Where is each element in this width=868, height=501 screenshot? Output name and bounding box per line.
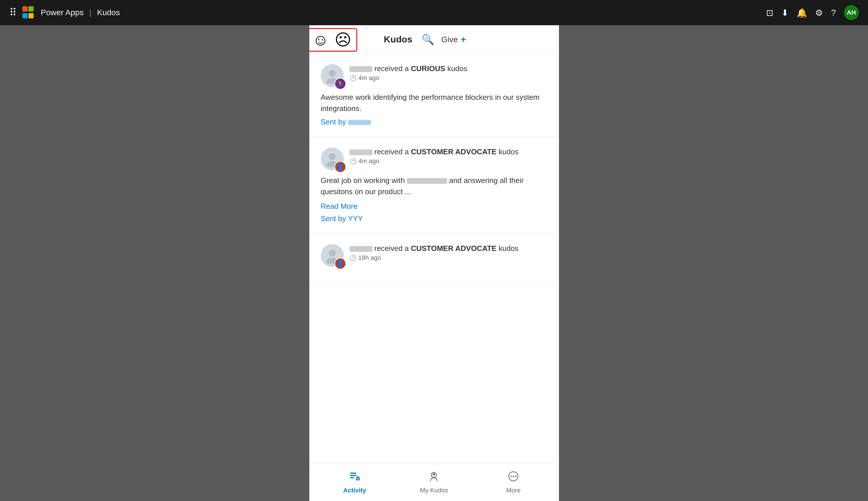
feed-item-1-body: Awesome work identifying the performance… xyxy=(321,92,547,114)
clock-icon-1: 🕐 xyxy=(349,75,357,82)
feed-item-2-meta: received a CUSTOMER ADVOCATE kudos 🕐 4m … xyxy=(349,147,547,165)
feed-item: 🏃 received a CURIOUS kudos 🕐 4m ago xyxy=(309,54,559,137)
kudos-type-2: CUSTOMER ADVOCATE xyxy=(411,147,497,156)
search-icon[interactable]: 🔍 xyxy=(421,34,435,46)
sender-name-2: YYY xyxy=(348,214,363,223)
blurred-name-3 xyxy=(349,246,373,252)
topbar-right: ⊡ ⬇ 🔔 ⚙ ? AH xyxy=(766,5,859,20)
feed-item-1-name: received a CURIOUS kudos xyxy=(349,64,547,73)
activity-label: Activity xyxy=(343,487,366,494)
time-text-2: 4m ago xyxy=(358,158,379,165)
settings-icon[interactable]: ⚙ xyxy=(815,8,823,18)
feed-item-1-sentby[interactable]: Sent by xyxy=(321,118,547,127)
svg-point-0 xyxy=(329,70,336,77)
read-more-link-2[interactable]: Read More xyxy=(321,202,547,211)
feed-item-3: 👤 received a CUSTOMER ADVOCATE kudos 🕐 1… xyxy=(309,234,559,282)
feed-item-3-header: 👤 received a CUSTOMER ADVOCATE kudos 🕐 1… xyxy=(321,244,547,267)
feed-item-2-header: 👤 received a CUSTOMER ADVOCATE kudos 🕐 4… xyxy=(321,147,547,170)
app-header: ☺ ☹ Kudos 🔍 Give + xyxy=(309,25,559,54)
feed-item-1-time: 🕐 4m ago xyxy=(349,74,547,82)
time-text-1: 4m ago xyxy=(358,74,379,82)
feed-item-2: 👤 received a CUSTOMER ADVOCATE kudos 🕐 4… xyxy=(309,137,559,234)
feed-item-3-time: 🕐 18h ago xyxy=(349,254,547,262)
feed-item-2-name: received a CUSTOMER ADVOCATE kudos xyxy=(349,147,547,156)
kudos-type-3: CUSTOMER ADVOCATE xyxy=(411,244,497,253)
feed-item-3-name: received a CUSTOMER ADVOCATE kudos xyxy=(349,244,547,253)
feed-item-1-meta: received a CURIOUS kudos 🕐 4m ago xyxy=(349,64,547,82)
kudos-type-1: CURIOUS xyxy=(411,64,445,73)
topbar: ⠿ Power Apps | Kudos ⊡ ⬇ 🔔 ⚙ ? AH xyxy=(0,0,868,25)
received-text-2: received a CUSTOMER ADVOCATE kudos xyxy=(375,147,519,156)
svg-point-12 xyxy=(433,473,435,476)
ms-logo xyxy=(22,6,35,19)
clock-icon-2: 🕐 xyxy=(349,158,357,164)
svg-rect-6 xyxy=(350,472,356,474)
nav-item-my-kudos[interactable]: My Kudos xyxy=(411,471,457,494)
download-icon[interactable]: ⬇ xyxy=(781,8,788,18)
app-header-title: Kudos xyxy=(384,34,412,45)
give-button[interactable]: Give + xyxy=(441,34,466,45)
my-kudos-icon xyxy=(428,471,439,484)
blurred-name-1 xyxy=(349,66,373,72)
svg-rect-8 xyxy=(350,477,354,478)
happy-emoji[interactable]: ☺ xyxy=(313,32,329,48)
nav-item-more[interactable]: More xyxy=(490,471,536,494)
received-text-3: received a CUSTOMER ADVOCATE kudos xyxy=(375,244,519,253)
waffle-icon[interactable]: ⠿ xyxy=(9,7,17,19)
activity-icon xyxy=(349,471,360,484)
svg-point-2 xyxy=(329,153,336,160)
svg-point-10 xyxy=(357,477,358,479)
give-label: Give xyxy=(441,35,458,44)
bottom-nav: Activity My Kudos xyxy=(309,464,559,501)
received-text-1: received a CURIOUS kudos xyxy=(375,64,468,73)
give-plus-icon: + xyxy=(461,34,466,45)
badge-curious-icon: 🏃 xyxy=(335,78,346,89)
user-avatar[interactable]: AH xyxy=(844,5,859,20)
my-kudos-label: My Kudos xyxy=(420,487,448,494)
blurred-person-2 xyxy=(407,178,447,184)
more-label: More xyxy=(506,487,521,494)
svg-point-16 xyxy=(515,476,516,477)
topbar-left: ⠿ Power Apps | Kudos xyxy=(9,6,120,19)
svg-point-4 xyxy=(329,250,336,257)
app-panel: ☺ ☹ Kudos 🔍 Give + 🏃 xyxy=(309,25,559,501)
sad-emoji[interactable]: ☹ xyxy=(335,32,351,48)
blurred-sender-1 xyxy=(348,120,371,125)
feed-item-3-avatar: 👤 xyxy=(321,244,344,267)
emoji-selector[interactable]: ☺ ☹ xyxy=(309,28,357,52)
help-icon[interactable]: ? xyxy=(831,8,836,18)
notification-icon[interactable]: 🔔 xyxy=(796,8,807,18)
feed-item-2-avatar: 👤 xyxy=(321,147,344,170)
feed-item-2-body: Great job on working with and answering … xyxy=(321,175,547,197)
badge-customer-advocate-icon-3: 👤 xyxy=(335,258,346,269)
topbar-title: Power Apps | Kudos xyxy=(41,8,120,17)
more-icon xyxy=(508,471,519,484)
badge-customer-advocate-icon-2: 👤 xyxy=(335,161,346,173)
nav-item-activity[interactable]: Activity xyxy=(332,471,378,494)
main-area: ☺ ☹ Kudos 🔍 Give + 🏃 xyxy=(0,25,868,501)
feed-item-2-time: 🕐 4m ago xyxy=(349,158,547,165)
feed-item-1-avatar: 🏃 xyxy=(321,64,344,87)
feedback-icon[interactable]: ⊡ xyxy=(766,8,773,18)
svg-rect-7 xyxy=(350,475,356,476)
blurred-name-2 xyxy=(349,149,373,155)
clock-icon-3: 🕐 xyxy=(349,254,357,261)
time-text-3: 18h ago xyxy=(358,254,381,262)
feed: 🏃 received a CURIOUS kudos 🕐 4m ago xyxy=(309,54,559,464)
feed-item-2-sentby[interactable]: Sent by YYY xyxy=(321,214,547,223)
svg-point-15 xyxy=(513,476,514,477)
svg-point-14 xyxy=(511,476,512,477)
feed-item-1-header: 🏃 received a CURIOUS kudos 🕐 4m ago xyxy=(321,64,547,87)
feed-item-3-meta: received a CUSTOMER ADVOCATE kudos 🕐 18h… xyxy=(349,244,547,262)
